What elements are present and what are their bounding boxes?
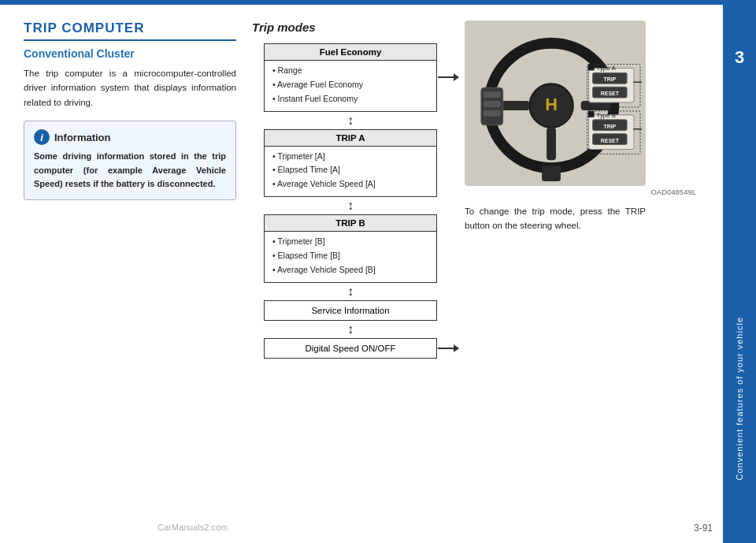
svg-rect-4 — [500, 101, 530, 110]
trip-b-item-1: • Tripmeter [B] — [272, 235, 428, 249]
steering-svg: H TRIP RESET — [465, 21, 645, 185]
trip-a-box: TRIP A • Tripmeter [A] • Elapsed Time [A… — [264, 129, 437, 198]
image-caption: OAD048549L — [465, 188, 699, 196]
steering-wheel-image: H TRIP RESET — [465, 20, 646, 186]
arrow-3-4: ↕ — [347, 283, 354, 300]
fuel-economy-body: • Range • Average Fuel Economy • Instant… — [265, 61, 436, 111]
page-title: TRIP COMPUTER — [24, 20, 236, 41]
body-text: The trip computer is a microcomputer-con… — [24, 66, 236, 110]
fuel-economy-box: Fuel Economy • Range • Average Fuel Econ… — [264, 43, 437, 112]
svg-text:TRIP: TRIP — [603, 76, 616, 82]
svg-text:Type B: Type B — [596, 112, 616, 119]
trip-modes-title: Trip modes — [252, 20, 449, 34]
trip-b-header: TRIP B — [265, 215, 436, 232]
chapter-text: Convenient features of your vehicle — [735, 317, 744, 480]
diagram-container: Fuel Economy • Range • Average Fuel Econ… — [252, 43, 449, 359]
info-box: i Information Some driving information s… — [24, 121, 236, 200]
right-caption-text: To change the trip mode, press the TRIP … — [465, 204, 646, 233]
info-header: i Information — [34, 129, 226, 145]
svg-text:Type A: Type A — [596, 65, 616, 72]
main-content: TRIP COMPUTER Conventional Cluster The t… — [0, 5, 723, 543]
fuel-economy-header: Fuel Economy — [265, 44, 436, 61]
svg-rect-6 — [547, 128, 556, 161]
left-column: TRIP COMPUTER Conventional Cluster The t… — [24, 20, 236, 527]
svg-rect-10 — [484, 110, 501, 117]
trip-b-body: • Tripmeter [B] • Elapsed Time [B] • Ave… — [265, 232, 436, 282]
side-arrow-1 — [438, 73, 459, 81]
svg-rect-27 — [542, 166, 561, 181]
trip-a-item-2: • Elapsed Time [A] — [272, 163, 428, 177]
svg-rect-9 — [484, 101, 501, 107]
trip-a-item-3: • Average Vehicle Speed [A] — [272, 177, 428, 192]
info-box-title: Information — [54, 132, 111, 143]
svg-rect-25 — [588, 111, 595, 117]
trip-b-box: TRIP B • Tripmeter [B] • Elapsed Time [B… — [264, 214, 437, 283]
fuel-item-2: • Average Fuel Economy — [272, 78, 428, 92]
side-arrow-2 — [438, 344, 459, 352]
fuel-item-1: • Range — [272, 64, 428, 78]
svg-rect-23 — [588, 64, 595, 70]
chapter-tab: 3 Convenient features of your vehicle — [723, 0, 756, 543]
page-number: 3-91 — [694, 523, 713, 534]
arrow-1-2: ↕ — [347, 112, 354, 129]
arrow-2-3: ↕ — [347, 197, 354, 214]
svg-text:RESET: RESET — [601, 138, 620, 143]
info-box-body: Some driving information stored in the t… — [34, 150, 226, 192]
right-column: H TRIP RESET — [465, 20, 699, 527]
trip-a-body: • Tripmeter [A] • Elapsed Time [A] • Ave… — [265, 147, 436, 197]
service-info-box: Service Information — [264, 300, 437, 321]
chapter-number: 3 — [735, 47, 744, 68]
middle-column: Trip modes Fuel Economy • Range • Averag… — [252, 20, 449, 527]
trip-b-item-2: • Elapsed Time [B] — [272, 249, 428, 263]
svg-text:TRIP: TRIP — [603, 124, 616, 129]
fuel-item-3: • Instant Fuel Economy — [272, 92, 428, 106]
svg-text:RESET: RESET — [601, 91, 620, 96]
trip-a-item-1: • Tripmeter [A] — [272, 150, 428, 164]
svg-text:H: H — [545, 95, 558, 114]
trip-b-item-3: • Average Vehicle Speed [B] — [272, 263, 428, 277]
section-subtitle: Conventional Cluster — [24, 47, 236, 60]
watermark: CarManuals2.com — [158, 523, 228, 532]
digital-speed-box: Digital Speed ON/OFF — [264, 338, 437, 359]
arrow-4-5: ↕ — [347, 321, 354, 338]
svg-rect-8 — [484, 91, 501, 98]
trip-a-header: TRIP A — [265, 130, 436, 147]
info-icon: i — [34, 129, 50, 145]
